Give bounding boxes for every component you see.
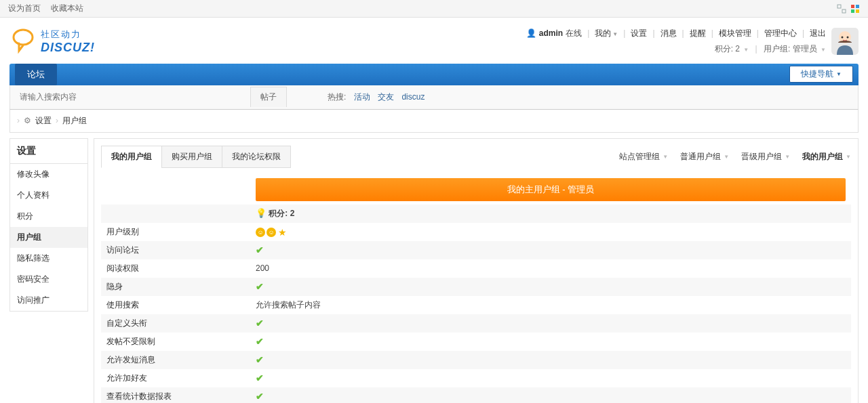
- username-link[interactable]: admin: [539, 26, 563, 41]
- row-label: 允许发短消息: [101, 351, 250, 369]
- check-icon: ✔: [256, 336, 264, 347]
- check-icon: ✔: [256, 391, 264, 402]
- chevron-down-icon: ▼: [724, 154, 729, 160]
- usergroup-display: 用户组: 管理员: [764, 44, 817, 54]
- avatar[interactable]: [831, 28, 859, 55]
- row-label: 阅读权限: [101, 259, 250, 278]
- sidebar-item-5[interactable]: 密码安全: [10, 269, 87, 290]
- table-row: 阅读权限200: [101, 259, 851, 278]
- set-home-link[interactable]: 设为首页: [8, 3, 41, 13]
- check-icon: ✔: [256, 373, 264, 383]
- row-value: ✔: [250, 333, 851, 351]
- sidebar-item-6[interactable]: 访问推广: [10, 290, 87, 311]
- chevron-down-icon: ▼: [846, 154, 851, 160]
- table-row: 允许加好友✔: [101, 369, 851, 387]
- navbar: 论坛 快捷导航▼: [9, 64, 859, 85]
- userbar: 👤 admin 在线 | 我的▼ | 设置 | 消息 | 提醒 | 模块管理 |…: [526, 26, 826, 57]
- settings-link[interactable]: 设置: [631, 26, 647, 41]
- check-icon: ✔: [256, 318, 264, 328]
- user-icon: 👤: [526, 26, 536, 41]
- top-strip: 设为首页 收藏本站: [0, 0, 868, 18]
- row-label: 用户级别: [101, 223, 250, 241]
- hot-link-3[interactable]: discuz: [401, 92, 425, 102]
- crumb-usergroup[interactable]: 用户组: [62, 115, 87, 127]
- row-value: ✔: [250, 241, 851, 259]
- row-value: 200: [250, 259, 851, 278]
- svg-rect-4: [851, 9, 854, 13]
- sidebar-item-4[interactable]: 隐私筛选: [10, 248, 87, 269]
- row-value: ☺☺★: [250, 223, 851, 241]
- filter-1[interactable]: 普通用户组▼: [680, 151, 729, 163]
- svg-rect-1: [842, 9, 846, 13]
- filter-2[interactable]: 晋级用户组▼: [741, 151, 790, 163]
- table-row: 查看统计数据报表✔: [101, 387, 851, 403]
- sidebar-item-1[interactable]: 个人资料: [10, 185, 87, 206]
- messages-link[interactable]: 消息: [660, 26, 677, 41]
- check-icon: ✔: [256, 354, 264, 365]
- row-value: 允许搜索帖子内容: [250, 296, 851, 314]
- hot-link-2[interactable]: 交友: [378, 92, 394, 102]
- sidebar-item-3[interactable]: 用户组: [10, 227, 87, 248]
- points-total: 积分: 2: [269, 209, 294, 218]
- svg-point-9: [842, 36, 844, 38]
- hot-link-1[interactable]: 活动: [354, 92, 370, 102]
- row-label: 允许加好友: [101, 369, 250, 387]
- sidebar-item-2[interactable]: 积分: [10, 206, 87, 227]
- chevron-down-icon: ▼: [785, 154, 790, 160]
- row-label: 查看统计数据报表: [101, 387, 250, 403]
- sidebar-title: 设置: [10, 139, 87, 164]
- table-row: 隐身✔: [101, 278, 851, 296]
- favorite-link[interactable]: 收藏本站: [51, 3, 83, 13]
- hot-label: 热搜:: [328, 92, 346, 102]
- main-panel: 我的用户组购买用户组我的论坛权限 站点管理组▼普通用户组▼晋级用户组▼我的用户组…: [94, 138, 859, 403]
- online-status: 在线: [566, 26, 582, 41]
- mine-menu[interactable]: 我的▼: [595, 26, 618, 41]
- filter-3[interactable]: 我的用户组▼: [802, 151, 851, 163]
- palette-icon[interactable]: [850, 4, 860, 14]
- row-label: 隐身: [101, 278, 250, 296]
- svg-rect-3: [856, 5, 859, 8]
- quick-nav-button[interactable]: 快捷导航▼: [789, 66, 853, 83]
- sidebar: 设置 修改头像个人资料积分用户组隐私筛选密码安全访问推广: [9, 138, 88, 312]
- row-label: 使用搜索: [101, 296, 250, 314]
- row-value: ✔: [250, 278, 851, 296]
- table-row: 使用搜索允许搜索帖子内容: [101, 296, 851, 314]
- table-row: 允许发短消息✔: [101, 351, 851, 369]
- filter-0[interactable]: 站点管理组▼: [619, 151, 668, 163]
- row-label: 访问论坛: [101, 241, 250, 259]
- svg-rect-0: [837, 5, 841, 8]
- crumb-settings[interactable]: 设置: [35, 115, 52, 127]
- lamp-icon: 💡: [256, 208, 267, 218]
- reminders-link[interactable]: 提醒: [690, 26, 706, 41]
- gear-icon: ⚙: [24, 116, 31, 125]
- tabs-left: 我的用户组购买用户组我的论坛权限: [101, 146, 290, 168]
- sidebar-item-0[interactable]: 修改头像: [10, 164, 87, 185]
- logout-link[interactable]: 退出: [810, 26, 826, 41]
- tab-2[interactable]: 我的论坛权限: [222, 146, 291, 168]
- points-display: 积分: 2: [715, 44, 740, 54]
- row-value: ✔: [250, 387, 851, 403]
- search-type-tab[interactable]: 帖子: [250, 87, 287, 107]
- row-value: ✔: [250, 314, 851, 333]
- svg-rect-2: [851, 5, 854, 8]
- tab-1[interactable]: 购买用户组: [161, 146, 222, 168]
- nav-forum[interactable]: 论坛: [15, 64, 57, 85]
- table-row: 自定义头衔✔: [101, 314, 851, 333]
- logo[interactable]: 社区动力 DISCUZ!: [9, 28, 95, 55]
- table-row: 访问论坛✔: [101, 241, 851, 259]
- group-banner: 我的主用户组 - 管理员: [256, 178, 846, 201]
- check-icon: ✔: [256, 245, 264, 255]
- search-input[interactable]: [20, 92, 250, 102]
- row-value: ✔: [250, 351, 851, 369]
- module-manage-link[interactable]: 模块管理: [719, 26, 751, 41]
- logo-subtitle: 社区动力: [41, 28, 95, 41]
- row-value: ✔: [250, 369, 851, 387]
- admin-cp-link[interactable]: 管理中心: [764, 26, 797, 41]
- expand-icon[interactable]: [837, 4, 846, 14]
- tab-0[interactable]: 我的用户组: [101, 146, 162, 168]
- check-icon: ✔: [256, 281, 264, 292]
- table-row: 发帖不受限制✔: [101, 333, 851, 351]
- logo-title: DISCUZ!: [41, 41, 95, 55]
- row-label: 发帖不受限制: [101, 333, 250, 351]
- breadcrumb: › ⚙ 设置 › 用户组: [9, 110, 859, 133]
